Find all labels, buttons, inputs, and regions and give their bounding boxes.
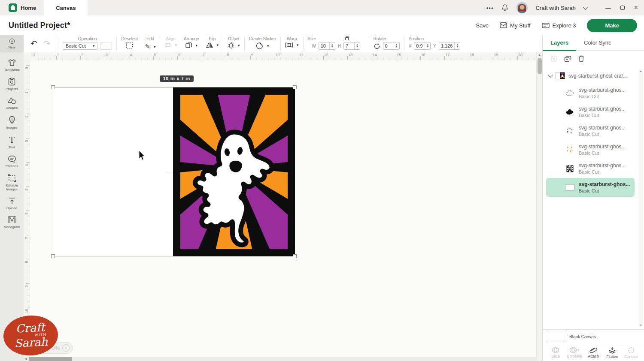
upload-icon: [8, 197, 16, 205]
duplicate-icon[interactable]: [564, 55, 571, 62]
undo-button[interactable]: ↶: [30, 39, 37, 48]
layer-row-ghost-white[interactable]: svg-starburst-ghos... Basic Cut: [546, 84, 639, 102]
more-menu-icon[interactable]: •••: [486, 5, 494, 11]
sidebar-item-upload[interactable]: Upload: [0, 194, 24, 213]
layer-row-white-rect-selected[interactable]: svg-starburst-ghos... Basic Cut: [546, 178, 635, 197]
offset-menu-button[interactable]: Offset ▾: [224, 35, 243, 52]
canvas-viewport[interactable]: 01234567891011121314151617181920 0123456…: [24, 52, 542, 361]
panel-scroll-up-icon[interactable]: ▲: [639, 69, 642, 72]
sidebar-item-new[interactable]: New: [0, 35, 24, 52]
align-icon: [164, 42, 171, 48]
sidebar-item-phrases[interactable]: Phrases: [0, 152, 24, 171]
position-y-input[interactable]: 1.126 ▲▼: [439, 42, 461, 50]
purple-rays-thumb: [566, 127, 574, 135]
new-plus-icon: [8, 38, 16, 44]
rotate-input[interactable]: 0 ▲▼: [383, 42, 400, 50]
slice-icon: [552, 347, 559, 353]
width-input[interactable]: 10 ▲▼: [319, 42, 335, 50]
create-sticker-button[interactable]: Create Sticker ▾: [246, 35, 279, 52]
redo-button[interactable]: ↷: [43, 39, 50, 48]
horizontal-ruler: 01234567891011121314151617181920: [24, 52, 536, 60]
position-y-stepper[interactable]: ▲▼: [454, 42, 460, 49]
selection-size-badge: 10 in x 7 in: [160, 75, 194, 82]
tab-layers[interactable]: Layers: [543, 35, 576, 51]
layer-actions-bar: Slice Combine Attach Flatten: [543, 344, 644, 361]
panel-scroll-down-icon[interactable]: ▼: [639, 324, 642, 327]
sidebar-item-projects[interactable]: Projects: [0, 75, 24, 94]
width-stepper[interactable]: ▲▼: [329, 42, 335, 49]
sidebar-item-editable-images[interactable]: Editable Images: [0, 171, 24, 194]
layer-row-purple-rays[interactable]: svg-starburst-ghos... Basic Cut: [546, 121, 639, 140]
operation-label: Operation: [78, 36, 97, 41]
flip-menu-button[interactable]: Flip ▾: [203, 35, 222, 52]
my-stuff-button[interactable]: My Stuff: [500, 22, 530, 29]
notifications-bell-icon[interactable]: [501, 4, 509, 12]
canvas-vertical-scrollbar[interactable]: ▲: [536, 52, 542, 361]
make-button[interactable]: Make: [587, 19, 637, 32]
ghost-starburst-artwork[interactable]: [173, 87, 295, 256]
rotate-stepper[interactable]: ▲▼: [394, 42, 399, 49]
flatten-button[interactable]: Flatten: [603, 347, 622, 359]
sticker-icon: [256, 42, 264, 49]
zoom-in-icon[interactable]: +: [62, 344, 70, 352]
window-minimize-button[interactable]: —: [605, 5, 611, 11]
window-close-button[interactable]: ×: [634, 4, 638, 12]
home-tab-label: Home: [21, 5, 36, 11]
explore-button[interactable]: Explore 3: [542, 22, 576, 29]
panel-scrollbar[interactable]: ▲ ▼: [638, 69, 643, 327]
text-icon: T: [9, 135, 15, 144]
sidebar-item-shapes[interactable]: Shapes: [0, 94, 24, 113]
operation-select[interactable]: Basic Cut▾: [63, 42, 98, 50]
vertical-ruler: 012345678910: [24, 60, 30, 357]
resize-handle-bottom-left[interactable]: [51, 254, 55, 258]
horizontal-scroll-thumb[interactable]: [29, 357, 72, 361]
size-lock[interactable]: [340, 36, 354, 40]
scroll-up-icon[interactable]: ▲: [538, 53, 541, 56]
group-chevron-down-icon[interactable]: [548, 72, 553, 77]
sidebar-item-monogram[interactable]: Monogram: [0, 213, 24, 232]
tab-canvas[interactable]: Canvas: [44, 0, 88, 15]
canvas-horizontal-scrollbar[interactable]: ◀: [24, 357, 536, 361]
warp-menu-button[interactable]: Warp ▾: [282, 35, 302, 52]
height-stepper[interactable]: ▲▼: [354, 42, 360, 49]
layer-row-ghost-black[interactable]: svg-starburst-ghos... Basic Cut: [546, 102, 639, 121]
mouse-cursor: [137, 150, 146, 161]
projects-clipboard-icon: [8, 78, 15, 86]
resize-handle-top-left[interactable]: [51, 85, 55, 89]
account-name[interactable]: Craft with Sarah: [535, 5, 575, 11]
account-chevron-down-icon[interactable]: [583, 4, 588, 10]
group-thumbnail: [556, 72, 565, 79]
edit-menu-button[interactable]: Edit ✎▾: [141, 35, 159, 52]
select-all-icon: [550, 55, 557, 62]
rotate-icon[interactable]: [374, 43, 380, 49]
project-header: Untitled Project* Save My Stuff Explore …: [0, 15, 644, 35]
position-x-input[interactable]: 0.9 ▲▼: [414, 42, 431, 50]
position-x-stepper[interactable]: ▲▼: [425, 42, 430, 49]
layer-group-row[interactable]: svg-starburst-ghost-craf...: [543, 68, 639, 84]
save-button[interactable]: Save: [476, 22, 489, 29]
combine-icon: [569, 347, 580, 353]
resize-handle-top-right[interactable]: [293, 85, 297, 89]
scroll-left-icon[interactable]: ◀: [24, 357, 27, 361]
height-input[interactable]: 7 ▲▼: [343, 42, 360, 50]
offset-icon: [228, 42, 234, 49]
vertical-scroll-thumb[interactable]: [538, 58, 542, 74]
sidebar-item-text[interactable]: T Text: [0, 132, 24, 152]
tab-color-sync[interactable]: Color Sync: [576, 35, 619, 51]
layer-row-orange-rays[interactable]: svg-starburst-ghos... Basic Cut: [546, 140, 639, 159]
white-rect-thumb: [565, 184, 574, 191]
arrange-menu-button[interactable]: Arrange ▾: [180, 35, 203, 52]
window-maximize-button[interactable]: [620, 6, 625, 10]
blank-canvas-row[interactable]: Blank Canvas: [543, 329, 644, 344]
attach-button[interactable]: Attach: [584, 347, 603, 358]
layer-row-starburst-black[interactable]: svg-starburst-ghos... Basic Cut: [546, 159, 639, 178]
tab-home[interactable]: Home: [0, 0, 44, 15]
color-swatch[interactable]: [100, 42, 112, 50]
user-avatar[interactable]: [516, 2, 528, 13]
delete-trash-icon[interactable]: [578, 55, 584, 62]
sidebar-item-templates[interactable]: Templates: [0, 56, 24, 75]
titlebar: Home Canvas ••• Craft with Sarah — ×: [0, 0, 644, 15]
resize-handle-bottom-right[interactable]: [293, 254, 297, 258]
deselect-button[interactable]: Deselect: [118, 35, 141, 52]
sidebar-item-images[interactable]: Images: [0, 113, 24, 132]
